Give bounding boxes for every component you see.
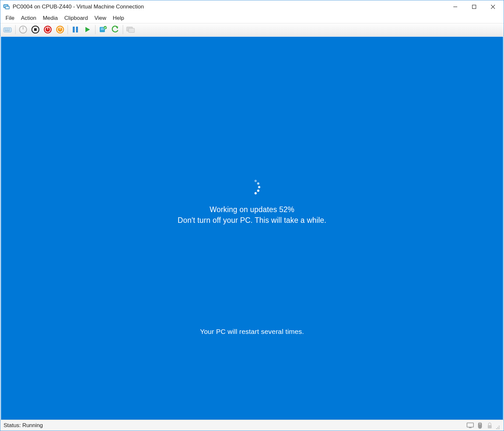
svg-rect-10 [6,29,8,30]
menu-help[interactable]: Help [109,14,127,22]
svg-rect-11 [8,29,10,30]
svg-rect-28 [101,29,104,30]
titlebar[interactable]: PC0004 on CPUB-Z440 - Virtual Machine Co… [0,0,504,13]
svg-rect-32 [129,28,134,32]
menu-view[interactable]: View [91,14,110,22]
update-warning-text: Don't turn off your PC. This will take a… [178,216,326,225]
guest-viewport-frame: Working on updates 52% Don't turn off yo… [0,36,504,420]
svg-rect-33 [467,423,473,427]
toolbar-separator [68,25,68,34]
revert-button[interactable] [110,24,121,35]
resize-grip[interactable] [495,425,500,430]
mouse-icon [476,422,484,429]
menu-action[interactable]: Action [18,14,39,22]
update-restart-text: Your PC will restart several times. [200,328,304,336]
update-prefix: Working on updates [210,205,279,214]
svg-rect-9 [5,29,6,30]
maximize-button[interactable] [465,0,484,13]
update-progress-text: Working on updates 52% [178,205,326,214]
svg-rect-27 [101,28,104,29]
toolbar [0,23,504,36]
spinner-icon [243,178,261,196]
window-title: PC0004 on CPUB-Z440 - Virtual Machine Co… [13,4,144,10]
ctrl-alt-del-button[interactable] [2,24,13,35]
status-icons [467,422,493,429]
save-button[interactable] [55,24,66,35]
svg-rect-5 [472,5,476,9]
shutdown-button[interactable] [42,24,53,35]
checkpoint-button[interactable] [97,24,108,35]
app-icon [3,3,10,10]
svg-marker-30 [116,27,118,29]
svg-rect-8 [4,28,11,32]
svg-rect-37 [488,425,492,428]
guest-screen[interactable]: Working on updates 52% Don't turn off yo… [1,37,503,420]
menu-media[interactable]: Media [40,14,61,22]
enhanced-session-button[interactable] [125,24,136,35]
turn-off-button[interactable] [30,24,41,35]
svg-rect-23 [73,27,75,32]
toolbar-separator [95,25,95,34]
pause-button[interactable] [70,24,81,35]
svg-rect-16 [34,28,37,31]
svg-rect-12 [5,30,10,31]
close-button[interactable] [484,0,502,13]
update-message-block: Working on updates 52% Don't turn off yo… [178,178,326,225]
menu-clipboard[interactable]: Clipboard [61,14,91,22]
svg-rect-3 [6,7,9,8]
window-controls [446,0,502,13]
start-button[interactable] [18,24,29,35]
toolbar-separator [123,25,123,34]
status-text: Status: Running [4,422,43,429]
lock-icon [486,422,493,429]
menubar: File Action Media Clipboard View Help [0,13,504,23]
svg-rect-24 [76,27,78,32]
menu-file[interactable]: File [2,14,18,22]
minimize-button[interactable] [446,0,465,13]
reset-button[interactable] [82,24,93,35]
vm-connection-window: PC0004 on CPUB-Z440 - Virtual Machine Co… [0,0,504,431]
toolbar-separator [15,25,16,34]
svg-marker-25 [85,27,90,32]
update-percent: 52% [279,205,295,214]
display-icon [467,422,474,429]
statusbar: Status: Running [0,420,504,431]
